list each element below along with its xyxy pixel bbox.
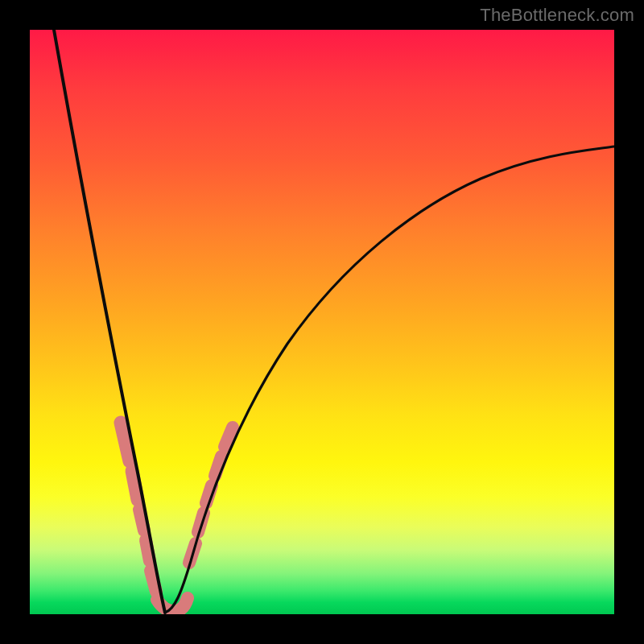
chart-frame: TheBottleneck.com: [0, 0, 644, 644]
curve-layer: [30, 30, 614, 614]
plot-area: [30, 30, 614, 614]
pink-highlights: [121, 423, 233, 611]
watermark-text: TheBottleneck.com: [480, 5, 634, 26]
